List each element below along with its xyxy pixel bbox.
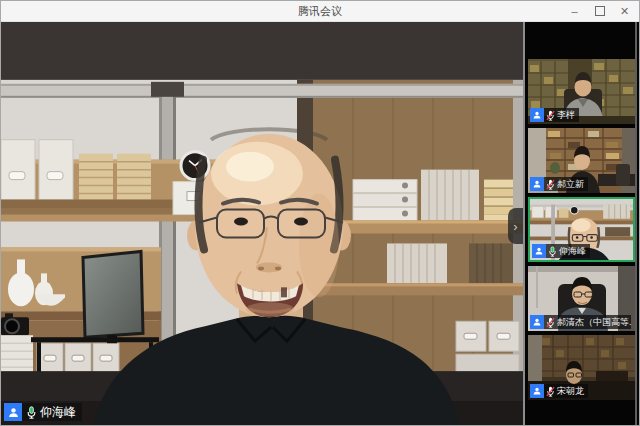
person-icon: [532, 110, 542, 120]
person-icon: [532, 179, 542, 189]
participant-name: 郝清杰（中国高等...: [557, 316, 631, 329]
mic-muted-icon: [546, 179, 555, 190]
participants-sidebar[interactable]: 李柈: [525, 22, 639, 426]
thumbnail-name-label: 郝立新: [530, 177, 588, 191]
mic-on-icon: [26, 406, 37, 419]
person-icon: [7, 406, 20, 419]
participant-name: 宋朝龙: [557, 385, 584, 398]
meeting-content: 仰海峰 ›: [1, 22, 639, 426]
collapse-sidebar-tab[interactable]: ›: [508, 208, 523, 244]
main-video-scene: [1, 22, 523, 426]
maximize-button[interactable]: [587, 1, 612, 21]
title-bar[interactable]: 腾讯会议 – ✕: [1, 1, 639, 22]
window-controls: – ✕: [562, 1, 637, 21]
participant-thumbnail-4[interactable]: 郝清杰（中国高等...: [528, 266, 635, 331]
participant-icon: [530, 108, 544, 122]
window-title: 腾讯会议: [298, 4, 342, 19]
close-button[interactable]: ✕: [612, 1, 637, 21]
mic-muted-icon: [546, 386, 555, 397]
tencent-meeting-window: 腾讯会议 – ✕: [0, 0, 640, 426]
sidebar-scrollbar[interactable]: [635, 22, 637, 426]
thumbnail-list: 李柈: [528, 59, 635, 404]
participant-thumbnail-5[interactable]: 宋朝龙: [528, 335, 635, 400]
thumbnail-name-label: 仰海峰: [532, 244, 590, 258]
chevron-right-icon: ›: [513, 219, 517, 234]
minimize-button[interactable]: –: [562, 1, 587, 21]
thumbnail-name-label: 宋朝龙: [530, 384, 588, 398]
participant-icon: [530, 177, 544, 191]
main-participant-name: 仰海峰: [40, 404, 76, 421]
minimize-icon: –: [571, 6, 577, 17]
person-icon: [532, 386, 542, 396]
person-icon: [532, 317, 542, 327]
close-icon: ✕: [620, 6, 629, 17]
participant-thumbnail-3-active-speaker[interactable]: 仰海峰: [528, 197, 635, 262]
participant-name: 李柈: [557, 109, 575, 122]
participant-icon: [530, 384, 544, 398]
participant-icon: [4, 403, 22, 421]
participant-name: 郝立新: [557, 178, 584, 191]
thumbnail-name-label: 李柈: [530, 108, 579, 122]
main-video-name-label: 仰海峰: [4, 403, 82, 421]
participant-icon: [532, 244, 546, 258]
thumbnail-name-label: 郝清杰（中国高等...: [530, 315, 631, 329]
main-video-feed[interactable]: 仰海峰 ›: [1, 22, 525, 426]
mic-on-icon: [548, 246, 557, 257]
participant-name: 仰海峰: [559, 245, 586, 258]
mic-muted-icon: [546, 317, 555, 328]
person-icon: [534, 246, 544, 256]
participant-thumbnail-1[interactable]: 李柈: [528, 59, 635, 124]
mic-muted-icon: [546, 110, 555, 121]
maximize-icon: [595, 6, 605, 16]
participant-icon: [530, 315, 544, 329]
participant-thumbnail-2[interactable]: 郝立新: [528, 128, 635, 193]
